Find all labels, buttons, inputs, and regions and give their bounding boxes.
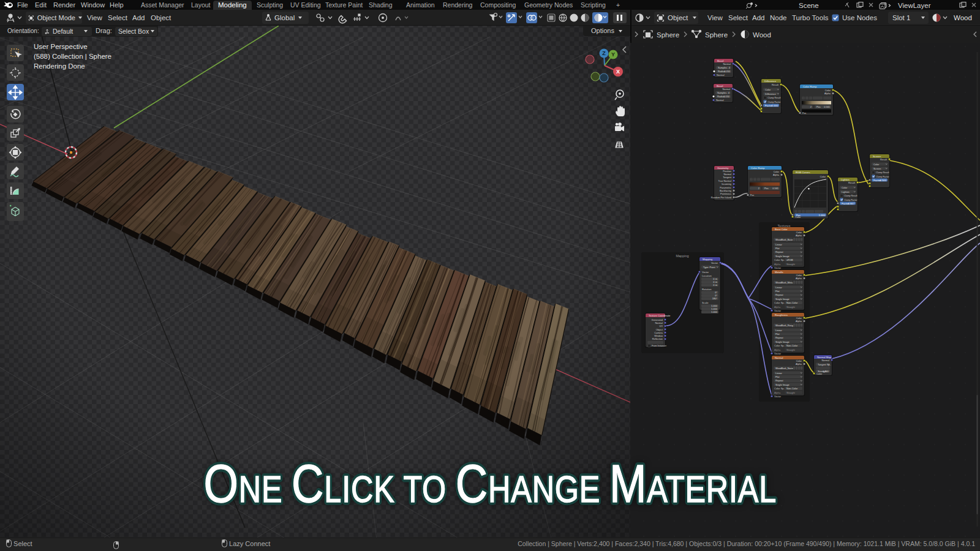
svg-text:Vector: Vector: [774, 309, 782, 312]
svg-text:Color: Color: [796, 317, 802, 320]
svg-text:Single Image: Single Image: [775, 255, 790, 258]
svg-text:Vector: Vector: [711, 261, 718, 264]
svg-text:Non-Color: Non-Color: [786, 387, 798, 390]
svg-text:WoodBark_Norm..: WoodBark_Norm..: [775, 367, 794, 370]
svg-text:Window: Window: [654, 334, 663, 337]
svg-text:Location: Location: [702, 274, 712, 277]
svg-text:Color: Color: [774, 170, 780, 173]
svg-text:Sphere: Sphere: [657, 31, 679, 39]
svg-text:180°: 180°: [712, 297, 718, 300]
svg-text:0.561: 0.561: [824, 105, 830, 108]
svg-text:Metallic: Metallic: [775, 271, 783, 274]
svg-text:Vector: Vector: [774, 395, 782, 398]
svg-text:Difference: Difference: [764, 80, 777, 83]
svg-text:Alpha: Alpha: [824, 92, 831, 95]
svg-text:Color: Color: [820, 175, 826, 178]
svg-text:WoodBark_Meta..: WoodBark_Meta..: [775, 282, 794, 284]
svg-text:Samples: Samples: [717, 91, 726, 94]
svg-text:Screen: Screen: [873, 167, 881, 170]
svg-text:sRGB: sRGB: [786, 258, 793, 261]
svg-text:Normal: Normal: [775, 356, 783, 359]
svg-text:Pos: Pos: [764, 187, 769, 190]
svg-text:Color: Color: [816, 372, 823, 375]
svg-text:User Perspective: User Perspective: [34, 43, 88, 50]
svg-text:Z: Z: [602, 50, 606, 56]
svg-text:Backfacing: Backfacing: [720, 189, 731, 192]
svg-text:Color Sp..: Color Sp..: [774, 301, 785, 304]
svg-text:2: 2: [758, 187, 760, 190]
svg-text:Samples: Samples: [718, 66, 727, 69]
svg-text:True Normal: True Normal: [718, 179, 732, 182]
svg-text:Alpha: Alpha: [774, 263, 781, 266]
svg-text:0.050: 0.050: [724, 70, 731, 73]
svg-text:Tangent: Tangent: [723, 176, 732, 179]
svg-text:Alpha: Alpha: [774, 391, 781, 394]
svg-text:Non-Color: Non-Color: [786, 344, 798, 347]
svg-text:Parametric: Parametric: [720, 186, 731, 189]
svg-text:Color Ramp: Color Ramp: [751, 167, 765, 170]
svg-text:Color: Color: [796, 359, 802, 362]
svg-text:Mapping: Mapping: [676, 254, 688, 258]
svg-text:Linear: Linear: [775, 286, 783, 289]
svg-text:Linear: Linear: [775, 243, 783, 246]
svg-text:Color: Color: [796, 231, 802, 234]
svg-text:Fac: Fac: [750, 193, 755, 197]
svg-text:Repeat: Repeat: [775, 293, 783, 296]
svg-text:Vector: Vector: [774, 352, 782, 355]
svg-text:Straight: Straight: [786, 305, 796, 309]
svg-text:Generated: Generated: [652, 318, 663, 321]
svg-text:Sphere: Sphere: [705, 31, 728, 39]
svg-text:Pos: Pos: [816, 105, 821, 108]
svg-text:Position: Position: [723, 170, 731, 173]
svg-text:Alpha: Alpha: [774, 348, 781, 351]
svg-text:Y: Y: [611, 51, 615, 58]
svg-text:Single Image: Single Image: [775, 383, 790, 386]
svg-text:Difference: Difference: [765, 92, 776, 96]
svg-text:Alpha: Alpha: [796, 234, 802, 237]
svg-text:Flat: Flat: [775, 375, 780, 378]
svg-text:Result: Result: [772, 83, 779, 86]
svg-text:Random Per Island: Random Per Island: [711, 196, 731, 199]
svg-text:WoodBark_Roug..: WoodBark_Roug..: [775, 324, 794, 327]
svg-text:Scene: Scene: [799, 2, 819, 9]
svg-text:Color: Color: [765, 88, 771, 91]
svg-text:Alpha: Alpha: [773, 173, 780, 176]
svg-text:Normal: Normal: [723, 62, 731, 66]
svg-text:Straight: Straight: [786, 348, 796, 351]
svg-text:Rendering Done: Rendering Done: [34, 62, 85, 70]
svg-text:Base Color: Base Color: [775, 228, 788, 231]
svg-text:Mapping: Mapping: [703, 258, 713, 261]
svg-text:1.000: 1.000: [772, 104, 778, 107]
svg-text:1.000: 1.000: [711, 310, 718, 313]
svg-text:Color: Color: [825, 89, 831, 92]
svg-text:Non-Color: Non-Color: [786, 301, 798, 304]
svg-text:Normal: Normal: [716, 99, 724, 102]
svg-text:Type: Point: Type: Point: [703, 266, 715, 269]
svg-text:Result: Result: [848, 181, 856, 184]
svg-text:0.200: 0.200: [823, 370, 829, 373]
svg-text:2: 2: [810, 105, 812, 108]
svg-text:Alpha: Alpha: [796, 320, 802, 323]
svg-text:Clamp Factor: Clamp Factor: [876, 176, 889, 178]
svg-text:Normal: Normal: [821, 359, 829, 362]
svg-text:Normal: Normal: [655, 321, 663, 324]
svg-text:Color Ramp: Color Ramp: [803, 85, 817, 88]
svg-text:Fac: Fac: [802, 111, 807, 114]
svg-text:Linear: Linear: [775, 329, 783, 332]
svg-text:Camera: Camera: [654, 331, 663, 334]
svg-text:Flat: Flat: [775, 290, 780, 293]
svg-text:Repeat: Repeat: [775, 379, 783, 382]
svg-text:Clamp Result: Clamp Result: [844, 195, 858, 197]
svg-text:Color Sp..: Color Sp..: [774, 344, 785, 347]
svg-text:Repeat: Repeat: [775, 250, 783, 253]
svg-text:Vector: Vector: [702, 271, 709, 274]
svg-text:X: X: [616, 69, 620, 75]
svg-text:Color: Color: [796, 274, 802, 277]
svg-text:Texture Coordinate: Texture Coordinate: [649, 314, 671, 317]
svg-text:(588) Collection | Sphere: (588) Collection | Sphere: [34, 53, 111, 60]
svg-text:0 m: 0 m: [713, 283, 717, 287]
svg-text:0.667: 0.667: [848, 202, 855, 205]
svg-text:UV: UV: [660, 324, 663, 328]
svg-text:Lighten: Lighten: [842, 190, 850, 193]
svg-text:Color Sp..: Color Sp..: [774, 387, 785, 390]
